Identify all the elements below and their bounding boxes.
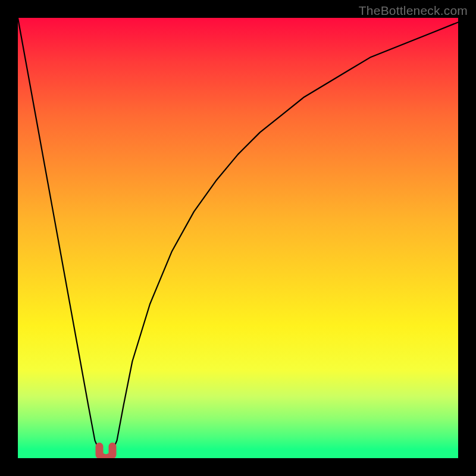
- minimum-marker: [99, 446, 112, 458]
- chart-stage: TheBottleneck.com: [0, 0, 476, 476]
- plot-svg: [18, 18, 458, 458]
- plot-background: [18, 18, 458, 458]
- watermark-text: TheBottleneck.com: [359, 4, 468, 18]
- bottleneck-curve: [18, 18, 458, 456]
- curve-layer: [18, 18, 458, 458]
